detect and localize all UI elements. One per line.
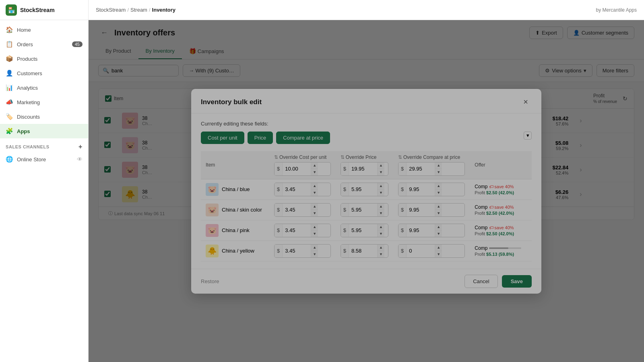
sidebar-item-marketing[interactable]: 📣 Marketing bbox=[0, 95, 88, 109]
compare-up[interactable]: ▲ bbox=[435, 245, 442, 251]
save-badge: 🏷save 40% bbox=[489, 184, 514, 189]
field-pills: Cost per unit Price Compare at price ▾ bbox=[201, 132, 532, 144]
compare-input[interactable] bbox=[407, 246, 435, 256]
price-down[interactable]: ▼ bbox=[377, 230, 384, 237]
modal-footer: Restore Cancel Save bbox=[191, 269, 541, 294]
cost-input[interactable] bbox=[283, 205, 311, 215]
price-input[interactable] bbox=[349, 225, 377, 235]
save-button[interactable]: Save bbox=[502, 275, 532, 288]
breadcrumb-stockstream[interactable]: StockStream bbox=[96, 7, 126, 13]
cost-input[interactable] bbox=[283, 184, 311, 194]
compare-input[interactable] bbox=[407, 184, 435, 194]
tab-by-inventory[interactable]: By Inventory bbox=[138, 44, 182, 59]
sidebar-item-orders[interactable]: 📋 Orders 45 bbox=[0, 37, 88, 51]
compare-input[interactable] bbox=[407, 205, 435, 215]
sidebar-item-discounts[interactable]: 🏷️ Discounts bbox=[0, 109, 88, 124]
cancel-button[interactable]: Cancel bbox=[464, 275, 497, 288]
sidebar-item-products[interactable]: 📦 Products bbox=[0, 51, 88, 66]
price-up[interactable]: ▲ bbox=[377, 162, 384, 169]
price-up[interactable]: ▲ bbox=[377, 245, 384, 251]
cost-down[interactable]: ▼ bbox=[311, 169, 318, 175]
modal-item-cell: 🐥 China / yellow bbox=[201, 241, 269, 261]
cost-input[interactable] bbox=[283, 246, 311, 256]
row-checkbox[interactable] bbox=[104, 117, 111, 123]
add-channel-icon[interactable]: + bbox=[78, 143, 83, 150]
modal-close-button[interactable]: × bbox=[520, 96, 532, 108]
sidebar-item-analytics[interactable]: 📊 Analytics bbox=[0, 80, 88, 95]
tab-by-product[interactable]: By Product bbox=[98, 44, 138, 59]
cost-up[interactable]: ▲ bbox=[311, 183, 318, 189]
compare-up[interactable]: ▲ bbox=[435, 162, 442, 169]
row-arrow[interactable]: › bbox=[574, 109, 634, 133]
select-all-checkbox[interactable] bbox=[105, 95, 111, 102]
campaign-icon: 🎁 bbox=[189, 48, 196, 54]
compare-up[interactable]: ▲ bbox=[435, 204, 442, 210]
price-input[interactable] bbox=[349, 205, 377, 215]
cost-up[interactable]: ▲ bbox=[311, 204, 318, 210]
price-input-cell: $▲▼ bbox=[336, 200, 393, 220]
pill-price[interactable]: Price bbox=[248, 132, 273, 144]
row-checkbox[interactable] bbox=[104, 191, 111, 197]
comp-label: Comp bbox=[475, 225, 487, 230]
profit-value: $5.13 (59.8%) bbox=[486, 252, 514, 257]
pill-compare-at-price[interactable]: Compare at price bbox=[276, 132, 330, 144]
row-checkbox[interactable] bbox=[104, 142, 111, 148]
cost-currency: $ bbox=[275, 183, 283, 196]
pill-cost-per-unit[interactable]: Cost per unit bbox=[201, 132, 244, 144]
orders-badge: 45 bbox=[72, 41, 83, 47]
home-icon: 🏠 bbox=[6, 26, 13, 33]
search-input[interactable] bbox=[111, 68, 174, 74]
customer-segments-button[interactable]: 👤 Customer segments bbox=[567, 27, 634, 39]
more-filters-button[interactable]: More filters bbox=[597, 64, 634, 77]
cost-input-cell: $▲▼ bbox=[269, 179, 336, 200]
price-up[interactable]: ▲ bbox=[377, 224, 384, 230]
item-name: China / pink bbox=[222, 227, 250, 233]
cost-up[interactable]: ▲ bbox=[311, 162, 318, 169]
dropdown-toggle[interactable]: ▾ bbox=[524, 132, 532, 140]
export-button[interactable]: ⬆ Export bbox=[529, 27, 563, 39]
price-down[interactable]: ▼ bbox=[377, 251, 384, 257]
eye-icon: 👁 bbox=[77, 156, 83, 162]
price-input[interactable] bbox=[349, 184, 377, 194]
default-cost-input[interactable] bbox=[283, 164, 311, 174]
sidebar-item-apps[interactable]: 🧩 Apps bbox=[0, 124, 88, 138]
compare-input-cell: $▲▼ bbox=[393, 200, 470, 220]
sidebar-item-online-store[interactable]: 🌐 Online Store 👁 bbox=[0, 152, 88, 167]
price-down[interactable]: ▼ bbox=[377, 169, 384, 175]
refresh-icon[interactable]: ↻ bbox=[623, 95, 627, 102]
sidebar-item-home[interactable]: 🏠 Home bbox=[0, 23, 88, 37]
default-compare-input[interactable] bbox=[407, 164, 435, 174]
cost-input[interactable] bbox=[283, 225, 311, 235]
cost-down[interactable]: ▼ bbox=[311, 230, 318, 237]
compare-down[interactable]: ▼ bbox=[435, 230, 442, 237]
compare-down[interactable]: ▼ bbox=[435, 169, 442, 175]
compare-down[interactable]: ▼ bbox=[435, 251, 442, 257]
search-box[interactable]: 🔍 bbox=[98, 65, 179, 76]
cost-down[interactable]: ▼ bbox=[311, 210, 318, 216]
restore-link[interactable]: Restore bbox=[201, 278, 219, 284]
product-variant: Ch… bbox=[142, 121, 152, 126]
compare-up[interactable]: ▲ bbox=[435, 183, 442, 189]
compare-input[interactable] bbox=[407, 225, 435, 235]
sidebar-item-customers[interactable]: 👤 Customers bbox=[0, 66, 88, 80]
compare-down[interactable]: ▼ bbox=[435, 210, 442, 216]
price-down[interactable]: ▼ bbox=[377, 189, 384, 196]
back-button[interactable]: ← bbox=[98, 27, 110, 39]
filter-button[interactable]: → With (9) Custo… bbox=[183, 64, 240, 77]
row-checkbox[interactable] bbox=[104, 166, 111, 173]
cost-down[interactable]: ▼ bbox=[311, 189, 318, 196]
breadcrumb-stream[interactable]: Stream bbox=[130, 7, 147, 13]
price-input[interactable] bbox=[349, 246, 377, 256]
price-down[interactable]: ▼ bbox=[377, 210, 384, 216]
compare-up[interactable]: ▲ bbox=[435, 224, 442, 230]
profit-header: Profit% of revenue bbox=[593, 93, 617, 104]
default-price-input[interactable] bbox=[349, 164, 377, 174]
cost-up[interactable]: ▲ bbox=[311, 245, 318, 251]
cost-down[interactable]: ▼ bbox=[311, 251, 318, 257]
cost-up[interactable]: ▲ bbox=[311, 224, 318, 230]
tab-campaigns[interactable]: 🎁 Campaigns bbox=[182, 44, 231, 59]
price-up[interactable]: ▲ bbox=[377, 204, 384, 210]
price-up[interactable]: ▲ bbox=[377, 183, 384, 189]
compare-down[interactable]: ▼ bbox=[435, 189, 442, 196]
view-options-button[interactable]: ⚙ View options ▾ bbox=[539, 64, 592, 77]
